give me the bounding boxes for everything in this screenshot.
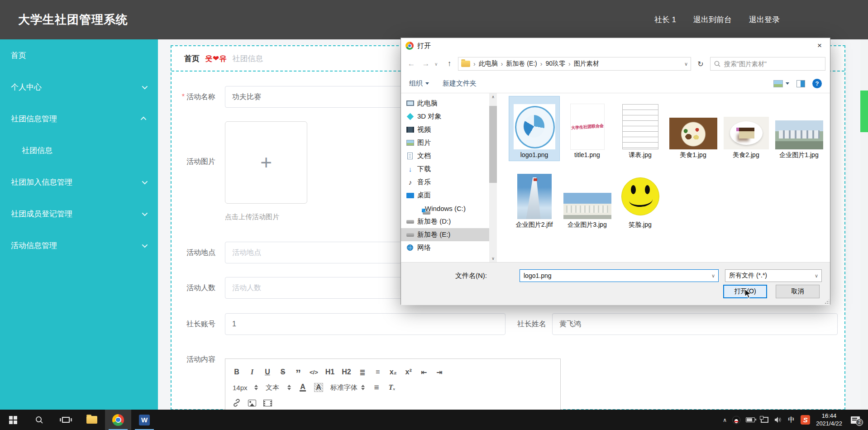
forward-icon[interactable]: → (420, 59, 432, 68)
bullet-list-icon[interactable]: ≡ (374, 368, 382, 376)
scroll-down-icon[interactable]: ∨ (489, 255, 497, 262)
battery-icon[interactable] (746, 417, 755, 422)
code-icon[interactable]: </> (310, 369, 318, 376)
address-crumb-this-pc[interactable]: 此电脑 (479, 60, 498, 68)
h2-icon[interactable]: H2 (342, 368, 351, 376)
sidebar-item-home[interactable]: 首页 (0, 39, 158, 71)
start-button[interactable] (0, 410, 26, 430)
sogou-icon[interactable]: S (801, 415, 810, 425)
volume-icon[interactable] (774, 416, 782, 423)
sidebar-item-activity-info-mgmt[interactable]: 活动信息管理 (0, 229, 158, 261)
link-icon[interactable] (233, 399, 241, 407)
chevron-down-icon[interactable]: ∨ (811, 273, 821, 279)
tree-item-videos[interactable]: 视频 (401, 123, 497, 136)
tree-item-music[interactable]: 音乐 (401, 176, 497, 189)
tree-item-3d-objects[interactable]: 3D 对象 (401, 110, 497, 123)
close-icon[interactable]: × (809, 38, 830, 53)
underline-icon[interactable]: U (263, 368, 272, 376)
leader-name-input[interactable] (552, 313, 838, 335)
qq-icon[interactable] (733, 416, 740, 424)
breadcrumb-home[interactable]: 首页 (184, 53, 200, 64)
leader-account-input[interactable] (225, 313, 506, 335)
file-explorer-button[interactable] (79, 410, 105, 430)
file-tile-title1[interactable]: 大学生社团联合会 title1.png (562, 96, 613, 161)
file-tile-smiley[interactable]: 笑脸.jpg (615, 166, 666, 231)
superscript-icon[interactable]: x² (405, 368, 413, 376)
insert-image-icon[interactable] (248, 400, 256, 406)
exit-to-front-link[interactable]: 退出到前台 (693, 14, 732, 25)
filename-combo[interactable]: ∨ (520, 269, 719, 282)
clear-format-icon[interactable]: Tₓ (388, 383, 396, 392)
align-icon[interactable]: ≡ (372, 382, 381, 392)
new-folder-button[interactable]: 新建文件夹 (443, 79, 477, 88)
tree-item-documents[interactable]: 文档 (401, 149, 497, 162)
insert-video-icon[interactable] (263, 400, 272, 406)
address-crumb-90[interactable]: 90玖零 (545, 60, 565, 68)
cancel-button[interactable]: 取消 (776, 285, 820, 298)
word-button[interactable]: W (131, 410, 157, 430)
logout-link[interactable]: 退出登录 (749, 14, 780, 25)
tree-item-downloads[interactable]: 下载 (401, 162, 497, 176)
ordered-list-icon[interactable]: ≣ (358, 368, 367, 377)
up-icon[interactable]: ↑ (444, 59, 455, 68)
file-tile-schedule[interactable]: 课表.jpg (615, 96, 666, 161)
file-tile-food2[interactable]: 美食2.jpg (720, 96, 772, 161)
file-tile-food1[interactable]: 美食1.jpg (668, 96, 719, 161)
file-tile-company1[interactable]: 企业图片1.jpg (773, 96, 825, 161)
tree-item-pictures[interactable]: 图片 (401, 136, 497, 149)
dialog-titlebar[interactable]: 打开 × (401, 38, 830, 53)
network-display-icon[interactable] (761, 417, 768, 423)
h1-icon[interactable]: H1 (325, 368, 334, 376)
tree-item-windows-c[interactable]: Windows (C:) (401, 202, 497, 215)
tree-scrollbar[interactable]: ∧ ∨ (489, 93, 497, 262)
tree-item-volume-d[interactable]: 新加卷 (D:) (401, 215, 497, 228)
back-icon[interactable]: ← (405, 59, 417, 68)
file-tile-logo1[interactable]: logo1.png (509, 96, 560, 161)
scrollbar-thumb[interactable] (860, 91, 868, 132)
text-color-icon[interactable]: A (299, 384, 307, 392)
sidebar-item-club-join-mgmt[interactable]: 社团加入信息管理 (0, 166, 158, 198)
search-input[interactable] (724, 60, 821, 67)
view-thumbnails-button[interactable] (773, 80, 789, 87)
taskbar-clock[interactable]: 16:44 2021/4/22 (816, 412, 842, 428)
font-family-select[interactable]: 标准字体 (330, 383, 365, 392)
filename-input[interactable] (520, 272, 708, 279)
task-view-button[interactable] (52, 410, 79, 430)
refresh-icon[interactable]: ↻ (694, 57, 707, 71)
tree-item-volume-e[interactable]: 新加卷 (E:) (401, 228, 497, 241)
font-size-select[interactable]: 14px (233, 384, 258, 392)
strikethrough-icon[interactable]: S (279, 368, 287, 376)
sidebar-item-personal-center[interactable]: 个人中心 (0, 71, 158, 103)
blockquote-icon[interactable]: ” (294, 368, 302, 376)
subscript-icon[interactable]: x₂ (389, 368, 397, 376)
address-crumb-drive-e[interactable]: 新加卷 (E:) (506, 60, 537, 68)
chrome-button[interactable] (105, 410, 131, 430)
highlight-color-icon[interactable]: A (314, 383, 323, 392)
sidebar-item-club-info-mgmt[interactable]: 社团信息管理 (0, 103, 158, 134)
scrollbar-thumb[interactable] (489, 106, 497, 183)
user-menu[interactable]: 社长 1 (654, 14, 676, 25)
tree-item-desktop[interactable]: 桌面 (401, 189, 497, 202)
sidebar-item-member-register-mgmt[interactable]: 社团成员登记管理 (0, 198, 158, 229)
history-dropdown-icon[interactable]: ∨ (434, 62, 441, 67)
tree-item-this-pc[interactable]: 此电脑 (401, 97, 497, 110)
text-style-select[interactable]: 文本 (266, 383, 291, 392)
bold-icon[interactable]: B (233, 368, 241, 376)
image-upload-box[interactable]: + (225, 121, 307, 204)
file-tile-company2[interactable]: 企业图片2.jfif (509, 166, 560, 231)
preview-pane-icon[interactable] (796, 80, 805, 87)
outdent-icon[interactable]: ⇤ (420, 368, 428, 377)
file-tile-company3[interactable]: 企业图片3.jpg (562, 166, 613, 231)
help-icon[interactable]: ? (812, 79, 822, 88)
organize-button[interactable]: 组织 (409, 79, 429, 88)
sidebar-item-club-info[interactable]: 社团信息 (0, 134, 158, 166)
open-button[interactable]: 打开(O) (723, 285, 767, 298)
resize-grip[interactable] (825, 300, 829, 304)
chevron-down-icon[interactable]: ∨ (708, 273, 718, 279)
notification-button[interactable]: 2 (851, 416, 860, 424)
italic-icon[interactable]: I (248, 368, 256, 376)
address-dropdown-icon[interactable]: ∨ (684, 61, 688, 67)
indent-icon[interactable]: ⇥ (435, 368, 444, 377)
scroll-up-icon[interactable]: ∧ (489, 93, 497, 100)
taskbar-search-button[interactable] (26, 410, 52, 430)
